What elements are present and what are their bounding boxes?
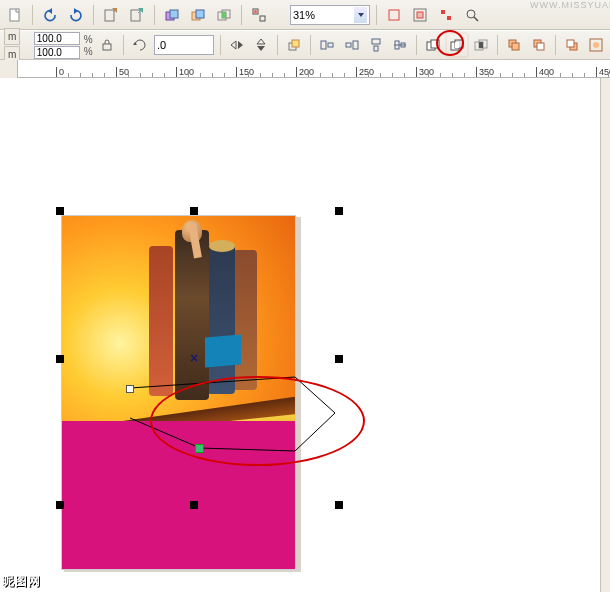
svg-rect-20 — [389, 10, 399, 20]
selection-handle[interactable] — [335, 501, 343, 509]
svg-point-25 — [467, 10, 475, 18]
svg-rect-10 — [170, 10, 178, 18]
svg-marker-31 — [257, 39, 265, 44]
export-button[interactable] — [126, 4, 148, 26]
separator — [310, 35, 311, 55]
scale-y-input[interactable] — [37, 47, 67, 58]
selection-handle[interactable] — [335, 355, 343, 363]
selection-handle[interactable] — [335, 207, 343, 215]
selection-handle[interactable] — [56, 501, 64, 509]
separator — [277, 35, 278, 55]
unit-x-label: m — [4, 28, 20, 45]
zoom-doc-button[interactable] — [383, 4, 405, 26]
separator — [555, 35, 556, 55]
svg-rect-36 — [328, 43, 333, 47]
svg-rect-40 — [374, 46, 378, 51]
svg-marker-1 — [48, 8, 52, 14]
ruler-mark: 0 — [56, 67, 64, 77]
pink-panel — [62, 421, 295, 569]
align-3-button[interactable] — [366, 34, 386, 56]
svg-line-26 — [474, 17, 478, 21]
svg-point-59 — [593, 42, 599, 48]
ruler-mark: 350 — [476, 67, 494, 77]
undo-button[interactable] — [39, 4, 61, 26]
separator — [241, 5, 242, 25]
ruler-horizontal: 050100150200250300350400450 — [0, 60, 610, 78]
rotate-icon — [130, 34, 150, 56]
node-handle-active[interactable] — [195, 444, 204, 453]
chevron-down-icon[interactable] — [354, 7, 367, 23]
svg-rect-57 — [567, 40, 574, 47]
svg-rect-27 — [103, 44, 111, 50]
align-4-button[interactable] — [390, 34, 410, 56]
rotation-input[interactable] — [157, 39, 197, 51]
zoom-page-button[interactable] — [409, 4, 431, 26]
svg-marker-2 — [74, 8, 78, 14]
combine-button[interactable] — [423, 34, 443, 56]
poster-artwork[interactable] — [61, 215, 296, 570]
svg-rect-39 — [372, 39, 380, 44]
selection-handle[interactable] — [56, 207, 64, 215]
separator — [123, 35, 124, 55]
align-2-button[interactable] — [341, 34, 361, 56]
import-button[interactable] — [100, 4, 122, 26]
ruler-mark: 300 — [416, 67, 434, 77]
percent-label: % — [84, 46, 93, 57]
zoom-all-button[interactable] — [435, 4, 457, 26]
trim-shape-button[interactable] — [447, 34, 467, 56]
new-doc-button[interactable] — [4, 4, 26, 26]
canvas-workspace[interactable]: × 昵图网 www.nipic.com 昵图网 www.nipic.com — [0, 78, 610, 592]
selection-handle[interactable] — [190, 501, 198, 509]
ruler-mark: 250 — [356, 67, 374, 77]
svg-rect-55 — [537, 43, 544, 50]
node-handle[interactable] — [126, 385, 134, 393]
people-illustration — [149, 216, 289, 416]
svg-rect-37 — [346, 43, 351, 47]
redo-button[interactable] — [65, 4, 87, 26]
scrollbar-vertical[interactable] — [600, 78, 610, 592]
ruler-origin[interactable] — [0, 60, 18, 78]
selection-handle[interactable] — [190, 207, 198, 215]
trim-button[interactable] — [187, 4, 209, 26]
lock-aspect-button[interactable] — [97, 34, 117, 56]
mirror-h-button[interactable] — [227, 34, 247, 56]
separator — [376, 5, 377, 25]
svg-marker-29 — [231, 41, 236, 49]
ruler-mark: 150 — [236, 67, 254, 77]
intersect-shape-button[interactable] — [471, 34, 491, 56]
svg-rect-53 — [512, 43, 519, 50]
back-minus-button[interactable] — [562, 34, 582, 56]
percent-label: % — [84, 34, 93, 45]
svg-rect-48 — [455, 42, 459, 48]
weld-button[interactable] — [161, 4, 183, 26]
scale-x-input[interactable] — [37, 33, 67, 44]
svg-rect-12 — [196, 10, 204, 18]
svg-marker-30 — [238, 41, 243, 49]
toolbar-row-1: WWW.MISSYUAN.COM — [0, 0, 610, 30]
boundary-button[interactable] — [586, 34, 606, 56]
svg-point-18 — [254, 10, 257, 13]
svg-rect-45 — [431, 40, 439, 48]
svg-rect-17 — [260, 16, 265, 21]
zoom-level-select[interactable] — [290, 5, 370, 25]
mirror-v-button[interactable] — [251, 34, 271, 56]
toolbar-row-2: m m % % — [0, 30, 610, 60]
separator — [154, 5, 155, 25]
intersect-button[interactable] — [213, 4, 235, 26]
zoom-selection-button[interactable] — [461, 4, 483, 26]
svg-marker-19 — [358, 13, 364, 17]
to-front-button[interactable] — [284, 34, 304, 56]
simplify-button[interactable] — [504, 34, 524, 56]
align-1-button[interactable] — [317, 34, 337, 56]
selection-handle[interactable] — [56, 355, 64, 363]
zoom-input[interactable] — [293, 9, 353, 21]
rotation-input-wrap[interactable] — [154, 35, 214, 55]
svg-rect-51 — [479, 42, 483, 48]
svg-rect-35 — [321, 41, 326, 49]
svg-rect-23 — [441, 10, 445, 14]
snap-options-button[interactable] — [248, 4, 270, 26]
watermark-top: WWW.MISSYUAN.COM — [530, 0, 610, 12]
front-minus-button[interactable] — [529, 34, 549, 56]
svg-rect-0 — [10, 9, 19, 21]
separator — [220, 35, 221, 55]
